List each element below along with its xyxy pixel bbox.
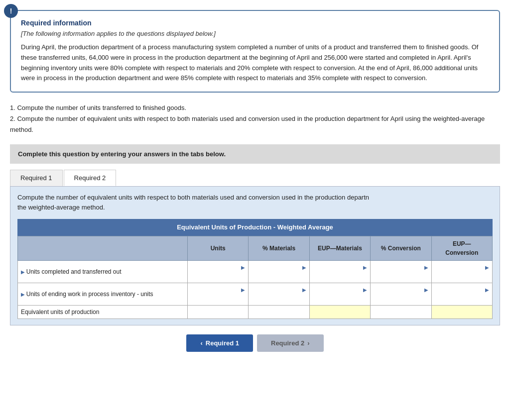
input-pct-mat-2[interactable] [252,294,306,303]
cell-eup-mat-1[interactable]: ▶ [309,260,370,283]
input-pct-conv-2[interactable] [374,294,428,303]
tab-required-1[interactable]: Required 1 [10,170,63,186]
cell-eup-conv-1[interactable]: ▶ [431,260,492,283]
cell-eup-mat-2[interactable]: ▶ [309,283,370,305]
cell-eup-conv-3[interactable] [431,305,492,318]
input-pct-conv-3[interactable] [374,308,428,316]
eup-table: Units % Materials EUP—Materials % Conver… [17,236,493,319]
question-1: 1. Compute the number of units transferr… [10,103,500,113]
next-icon: › [307,339,309,347]
table-row: ▶ Units of ending work in process invent… [18,283,493,305]
cell-eup-conv-2[interactable]: ▶ [431,283,492,305]
prev-icon: ‹ [200,339,202,347]
input-pct-mat-3[interactable] [252,308,306,316]
complete-banner: Complete this question by entering your … [10,144,500,164]
marker-2: ▶ [21,292,26,297]
next-label: Required 2 [271,339,304,347]
info-box-subtitle: [The following information applies to th… [21,30,489,37]
row-label-1: ▶ Units completed and transferred out [18,260,188,283]
question-2: 2. Compute the number of equivalent unit… [10,113,500,135]
table-row: Equivalent units of production [18,305,493,318]
prev-button[interactable]: ‹ Required 1 [186,334,253,352]
col-header-eup-materials: EUP—Materials [309,236,370,260]
cell-pct-conv-3[interactable] [371,305,431,318]
tab-description: Compute the number of equivalent units w… [17,193,493,212]
nav-buttons: ‹ Required 1 Required 2 › [10,334,500,352]
info-box-title: Required information [21,19,489,27]
tab-required-2[interactable]: Required 2 [64,170,117,186]
cell-units-1[interactable]: ▶ [187,260,248,283]
table-section: Equivalent Units of Production - Weighte… [17,219,493,319]
cell-pct-mat-1[interactable]: ▶ [249,260,309,283]
info-box-body: During April, the production department … [21,42,489,84]
col-header-units: Units [187,236,248,260]
input-pct-mat-1[interactable] [252,272,306,281]
row-label-3: Equivalent units of production [18,305,188,318]
input-units-3[interactable] [191,308,245,316]
col-header-label [18,236,188,260]
cell-pct-mat-3[interactable] [249,305,309,318]
table-title: Equivalent Units of Production - Weighte… [17,219,493,236]
table-row: ▶ Units completed and transferred out ▶ … [18,260,493,283]
questions-section: 1. Compute the number of units transferr… [10,103,500,135]
input-eup-conv-2[interactable] [435,294,489,303]
col-header-pct-materials: % Materials [249,236,309,260]
col-header-pct-conversion: % Conversion [371,236,431,260]
cell-pct-conv-1[interactable]: ▶ [371,260,431,283]
cell-units-2[interactable]: ▶ [187,283,248,305]
row-label-2: ▶ Units of ending work in process invent… [18,283,188,305]
input-eup-mat-3[interactable] [313,308,367,316]
cell-pct-conv-2[interactable]: ▶ [371,283,431,305]
tabs-container: Required 1 Required 2 Compute the number… [10,170,500,325]
cell-eup-mat-3[interactable] [309,305,370,318]
input-eup-mat-2[interactable] [313,294,367,303]
input-eup-conv-3[interactable] [435,308,489,316]
cell-pct-mat-2[interactable]: ▶ [249,283,309,305]
tab-bar: Required 1 Required 2 [10,170,500,186]
tab-content: Compute the number of equivalent units w… [10,186,500,325]
input-units-2[interactable] [191,294,245,303]
cell-units-3[interactable] [187,305,248,318]
prev-label: Required 1 [206,339,239,347]
info-box: ! Required information [The following in… [10,10,500,93]
marker-1: ▶ [21,269,26,275]
col-header-eup-conversion: EUP—Conversion [431,236,492,260]
next-button[interactable]: Required 2 › [257,334,324,352]
input-eup-conv-1[interactable] [435,272,489,281]
input-units-1[interactable] [191,272,245,281]
input-pct-conv-1[interactable] [374,272,428,281]
alert-icon: ! [4,4,18,18]
input-eup-mat-1[interactable] [313,272,367,281]
